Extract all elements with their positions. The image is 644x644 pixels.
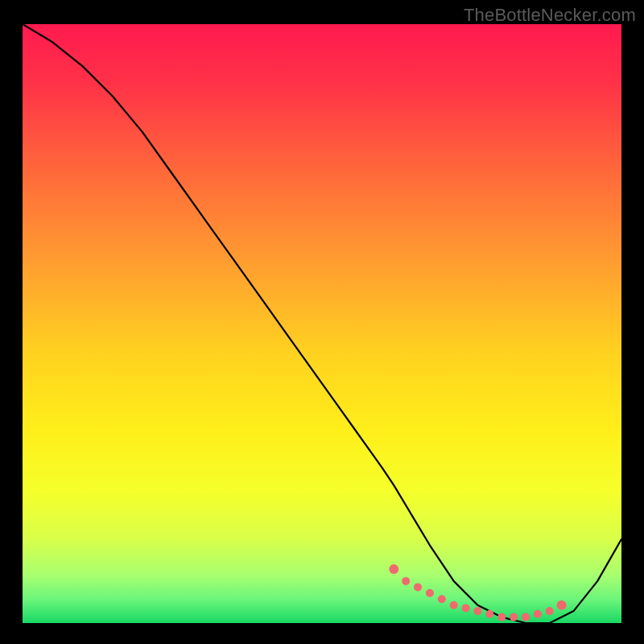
chart-container: TheBottleNecker.com: [0, 0, 644, 644]
optimal-dot: [497, 613, 506, 621]
optimal-dot: [546, 607, 554, 615]
gradient-background: [23, 24, 621, 623]
optimal-dot: [450, 601, 458, 609]
optimal-dot: [485, 610, 493, 618]
optimal-dot: [438, 595, 446, 603]
optimal-dot: [389, 564, 398, 574]
optimal-dot: [522, 613, 530, 621]
optimal-dot: [402, 577, 410, 585]
optimal-dot: [462, 604, 470, 612]
optimal-dot: [534, 610, 542, 618]
chart-svg: [23, 24, 621, 623]
optimal-dot: [414, 583, 422, 591]
optimal-dot: [557, 601, 567, 610]
plot-area: [23, 24, 621, 623]
optimal-dot: [426, 589, 434, 597]
watermark-text: TheBottleNecker.com: [464, 5, 636, 26]
optimal-dot: [473, 607, 481, 615]
optimal-dot: [510, 613, 518, 621]
